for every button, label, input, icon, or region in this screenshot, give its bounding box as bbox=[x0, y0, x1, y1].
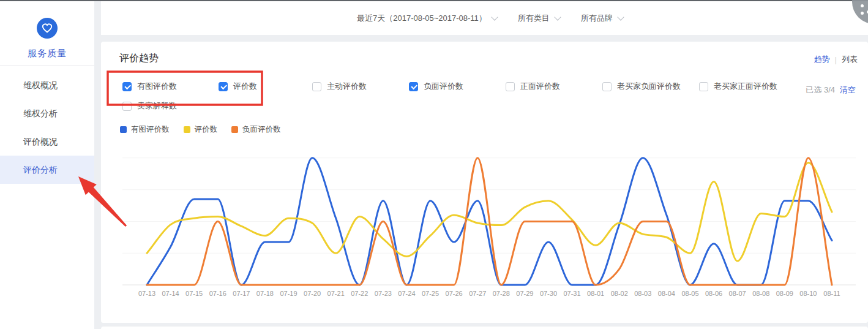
legend-item-0[interactable]: 有图评价数 bbox=[120, 124, 170, 135]
legend-swatch bbox=[231, 126, 238, 133]
legend-label: 评价数 bbox=[195, 124, 218, 135]
x-tick-label: 07-15 bbox=[181, 290, 208, 297]
selection-summary: 已选 3/4 清空 bbox=[806, 85, 856, 96]
checkbox-unchecked-icon[interactable] bbox=[312, 82, 321, 91]
x-tick-label: 07-29 bbox=[511, 290, 538, 297]
view-toggle: 趋势 | 列表 bbox=[814, 54, 858, 65]
x-tick-label: 08-03 bbox=[629, 290, 656, 297]
checkbox-checked-icon[interactable] bbox=[122, 82, 132, 91]
checkbox-unchecked-icon[interactable] bbox=[602, 82, 612, 91]
x-tick-label: 07-20 bbox=[299, 290, 326, 297]
date-range-filter[interactable]: 最近7天（2017-08-05~2017-08-11） bbox=[357, 13, 497, 24]
chart-legend: 有图评价数评价数负面评价数 bbox=[120, 124, 281, 135]
brand-filter[interactable]: 所有品牌 bbox=[581, 13, 623, 24]
filter-row: 最近7天（2017-08-05~2017-08-11） 所有类目 所有品牌 bbox=[357, 1, 623, 35]
x-tick-label: 07-27 bbox=[464, 290, 491, 297]
checkbox-unchecked-icon[interactable] bbox=[699, 82, 708, 91]
toggle-separator: | bbox=[835, 55, 837, 64]
x-tick-label: 07-23 bbox=[370, 290, 397, 297]
legend-swatch bbox=[120, 126, 127, 133]
x-tick-label: 08-07 bbox=[724, 290, 751, 297]
sidebar-title: 服务质量 bbox=[0, 48, 94, 59]
metric-checkbox-2[interactable]: 主动评价数 bbox=[312, 81, 367, 92]
next-panel-edge bbox=[101, 327, 868, 329]
sidebar-item-0[interactable]: 维权概况 bbox=[0, 71, 94, 99]
category-filter[interactable]: 所有类目 bbox=[518, 13, 560, 24]
x-tick-label: 07-14 bbox=[157, 290, 184, 297]
x-tick-label: 07-25 bbox=[417, 290, 444, 297]
x-tick-label: 08-01 bbox=[582, 290, 609, 297]
legend-label: 负面评价数 bbox=[242, 124, 281, 135]
x-tick-label: 08-11 bbox=[818, 290, 845, 297]
x-tick-label: 07-31 bbox=[559, 290, 586, 297]
metric-checkbox-7[interactable]: 卖家解释数 bbox=[122, 100, 177, 112]
category-label: 所有类目 bbox=[518, 13, 550, 24]
chevron-down-icon bbox=[491, 13, 498, 20]
service-quality-icon-wrap bbox=[0, 17, 94, 42]
checkbox-label: 负面评价数 bbox=[424, 81, 463, 92]
metric-checkbox-6[interactable]: 老买家正面评价数 bbox=[699, 81, 777, 92]
dot-icon bbox=[861, 12, 864, 15]
toggle-trend[interactable]: 趋势 bbox=[814, 54, 830, 65]
x-tick-label: 07-24 bbox=[393, 290, 420, 297]
checkbox-checked-icon[interactable] bbox=[409, 82, 418, 91]
brand-label: 所有品牌 bbox=[581, 13, 613, 24]
sidebar-divider bbox=[0, 65, 94, 66]
metric-checkbox-1[interactable]: 评价数 bbox=[219, 81, 257, 92]
x-tick-label: 07-26 bbox=[441, 290, 468, 297]
x-tick-label: 08-06 bbox=[700, 290, 727, 297]
selected-count: 已选 3/4 bbox=[806, 85, 835, 96]
checkbox-label: 卖家解释数 bbox=[137, 100, 177, 112]
checkbox-label: 老买家正面评价数 bbox=[714, 81, 777, 92]
x-tick-label: 07-28 bbox=[488, 290, 515, 297]
x-tick-label: 08-04 bbox=[653, 290, 680, 297]
legend-item-1[interactable]: 评价数 bbox=[184, 124, 218, 135]
page: { "topbar": { "date_filter": "最近7天（2017-… bbox=[0, 0, 868, 329]
chevron-down-icon bbox=[554, 13, 561, 20]
chevron-down-icon bbox=[617, 13, 624, 20]
sidebar-item-1[interactable]: 维权分析 bbox=[0, 99, 94, 127]
review-trend-panel: 评价趋势 趋势 | 列表 有图评价数评价数主动评价数负面评价数正面评价数老买家负… bbox=[101, 42, 868, 323]
x-tick-label: 08-09 bbox=[771, 290, 798, 297]
legend-swatch bbox=[184, 126, 190, 133]
checkbox-unchecked-icon[interactable] bbox=[506, 82, 515, 91]
date-range-label: 最近7天（2017-08-05~2017-08-11） bbox=[357, 13, 487, 24]
metric-checkbox-4[interactable]: 正面评价数 bbox=[506, 81, 560, 92]
top-filter-bar: 最近7天（2017-08-05~2017-08-11） 所有类目 所有品牌 bbox=[101, 1, 868, 35]
sidebar: 服务质量 维权概况维权分析评价概况评价分析 bbox=[0, 1, 94, 329]
clear-selection-button[interactable]: 清空 bbox=[840, 85, 856, 96]
x-tick-label: 08-08 bbox=[747, 290, 774, 297]
heart-icon bbox=[36, 17, 59, 40]
x-tick-label: 07-16 bbox=[204, 290, 231, 297]
checkbox-unchecked-icon[interactable] bbox=[122, 102, 132, 111]
x-tick-label: 07-30 bbox=[535, 290, 562, 297]
x-tick-label: 08-02 bbox=[606, 290, 633, 297]
checkbox-label: 有图评价数 bbox=[137, 81, 177, 92]
checkbox-label: 主动评价数 bbox=[327, 81, 367, 92]
sidebar-item-2[interactable]: 评价概况 bbox=[0, 127, 94, 156]
x-tick-label: 07-17 bbox=[228, 290, 255, 297]
dot-icon bbox=[861, 4, 864, 7]
checkbox-checked-icon[interactable] bbox=[219, 82, 228, 91]
metric-checkbox-5[interactable]: 老买家负面评价数 bbox=[602, 81, 681, 92]
checkbox-label: 老买家负面评价数 bbox=[617, 81, 681, 92]
toggle-list[interactable]: 列表 bbox=[842, 54, 858, 65]
legend-label: 有图评价数 bbox=[131, 124, 170, 135]
x-tick-label: 07-13 bbox=[133, 290, 160, 297]
panel-title: 评价趋势 bbox=[119, 52, 159, 65]
x-tick-label: 07-21 bbox=[323, 290, 350, 297]
x-tick-label: 08-10 bbox=[795, 290, 821, 297]
metric-checkbox-0[interactable]: 有图评价数 bbox=[122, 81, 177, 92]
sidebar-menu: 维权概况维权分析评价概况评价分析 bbox=[0, 71, 94, 184]
sidebar-item-3-active[interactable]: 评价分析 bbox=[0, 156, 94, 184]
x-tick-label: 07-22 bbox=[346, 290, 373, 297]
x-tick-label: 07-19 bbox=[275, 290, 302, 297]
metric-checkbox-3[interactable]: 负面评价数 bbox=[409, 81, 463, 92]
legend-item-2[interactable]: 负面评价数 bbox=[231, 124, 281, 135]
checkbox-label: 评价数 bbox=[233, 81, 257, 92]
checkbox-label: 正面评价数 bbox=[520, 81, 560, 92]
x-tick-label: 07-18 bbox=[252, 290, 279, 297]
x-tick-label: 08-05 bbox=[676, 290, 703, 297]
